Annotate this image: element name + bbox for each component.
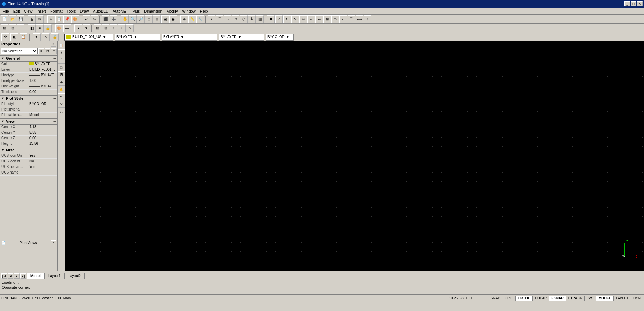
- tab-model[interactable]: Model: [27, 273, 44, 279]
- misc-collapse[interactable]: ─: [54, 148, 56, 152]
- side-rect[interactable]: □: [58, 64, 65, 71]
- properties-close-button[interactable]: ×: [51, 42, 56, 47]
- tab-layout2[interactable]: Layout2: [64, 273, 85, 279]
- view-collapse[interactable]: ─: [54, 120, 56, 123]
- tb-zoom-all[interactable]: ⊡: [145, 15, 153, 23]
- general-collapse[interactable]: ─: [54, 57, 56, 60]
- tb-distance[interactable]: 📏: [188, 15, 196, 23]
- tb-save[interactable]: 💾: [17, 15, 24, 23]
- tab-nav-prev[interactable]: ◄: [8, 273, 13, 279]
- status-ortho[interactable]: ORTHO: [515, 296, 532, 301]
- tb2-btn5[interactable]: ⊃: [126, 24, 134, 32]
- tb2-linetype[interactable]: —: [63, 24, 71, 32]
- tb-trim[interactable]: ✂: [299, 15, 307, 23]
- props-btn2[interactable]: ⊟: [45, 48, 50, 54]
- tb-insert[interactable]: ➕: [110, 15, 117, 23]
- tb-mirror[interactable]: ⇔: [315, 15, 323, 23]
- tb-rotate[interactable]: ↻: [283, 15, 291, 23]
- tb-pan[interactable]: ✋: [121, 15, 129, 23]
- tb-scale[interactable]: ⤡: [291, 15, 299, 23]
- side-properties[interactable]: 📋: [58, 42, 65, 49]
- menu-draw[interactable]: Draw: [78, 8, 91, 14]
- tb-draw-circle[interactable]: ○: [224, 15, 231, 23]
- tb3-layermgr[interactable]: 📋: [20, 33, 27, 41]
- tb-extend[interactable]: ↔: [307, 15, 315, 23]
- side-cross[interactable]: ✕: [58, 101, 65, 108]
- tb2-layer[interactable]: ◧: [28, 24, 36, 32]
- tb-zoom-out[interactable]: 🔎: [137, 15, 145, 23]
- menu-format[interactable]: Format: [48, 8, 65, 14]
- status-model[interactable]: MODEL: [596, 296, 613, 301]
- minimize-button[interactable]: _: [624, 1, 630, 6]
- color-dropdown[interactable]: BYCOLOR ▼: [266, 34, 294, 41]
- menu-file[interactable]: File: [1, 8, 11, 14]
- status-etrack[interactable]: ETRACK: [566, 296, 585, 301]
- tb-fillet[interactable]: ⌐: [339, 15, 347, 23]
- tb-hatch[interactable]: ▦: [256, 15, 264, 23]
- tb-preview[interactable]: 👁: [36, 15, 44, 23]
- tb-open[interactable]: 📂: [9, 15, 16, 23]
- tb-cut[interactable]: ✂: [47, 15, 55, 23]
- tb2-ortho[interactable]: ⊥: [17, 24, 24, 32]
- status-esnap[interactable]: ESNAP: [549, 296, 565, 301]
- status-polar[interactable]: POLAR: [532, 296, 549, 301]
- side-select[interactable]: ↖: [58, 93, 65, 100]
- tb-osnap[interactable]: ⊕: [180, 15, 188, 23]
- tb-zoom-ext[interactable]: ⊞: [153, 15, 161, 23]
- menu-dimension[interactable]: Dimension: [142, 8, 164, 14]
- layer-dropdown[interactable]: BUILD_FL001_US ▼: [64, 34, 113, 41]
- status-snap[interactable]: SNAP: [488, 296, 502, 301]
- tb-draw-poly[interactable]: ⬡: [240, 15, 248, 23]
- selection-dropdown[interactable]: No Selection: [1, 48, 38, 54]
- tb-chamfer[interactable]: ⌒: [348, 15, 355, 23]
- plan-views-close-button[interactable]: ×: [51, 240, 56, 245]
- tb-draw-rect[interactable]: □: [232, 15, 239, 23]
- tb2-lock[interactable]: 🔒: [44, 24, 52, 32]
- tb-lengthen[interactable]: ↕: [364, 15, 371, 23]
- tb-move[interactable]: ⤢: [275, 15, 283, 23]
- section-general-header[interactable]: ▼ General ─: [0, 55, 57, 62]
- side-arc[interactable]: ⌒: [58, 57, 65, 64]
- status-lwt[interactable]: LWT: [584, 296, 596, 301]
- tb-matchprop[interactable]: 🎨: [71, 15, 79, 23]
- props-btn1[interactable]: ⊞: [38, 48, 44, 54]
- tb3-settings[interactable]: ⚙: [1, 33, 9, 41]
- plotstyle-collapse[interactable]: ─: [54, 97, 56, 100]
- close-button[interactable]: ×: [637, 1, 643, 6]
- tb3-lock2[interactable]: 🔓: [51, 33, 59, 41]
- linestyle-dropdown[interactable]: BYLAYER ▼: [219, 34, 264, 41]
- status-tablet[interactable]: TABLET: [613, 296, 631, 301]
- tab-nav-first[interactable]: |◄: [1, 273, 7, 279]
- tb-redo[interactable]: ↪: [91, 15, 98, 23]
- tab-nav-next[interactable]: ►: [14, 273, 20, 279]
- tb-properties[interactable]: 🔧: [196, 15, 204, 23]
- tb-array[interactable]: ⊞: [323, 15, 331, 23]
- menu-plus[interactable]: Plus: [130, 8, 142, 14]
- tb2-snap[interactable]: ⊞: [1, 24, 8, 32]
- menu-modify[interactable]: Modify: [164, 8, 180, 14]
- side-zoom[interactable]: ⊕: [58, 79, 65, 86]
- tb-zoom-win[interactable]: ▣: [161, 15, 169, 23]
- tb3-layers[interactable]: ◧: [10, 33, 18, 41]
- section-view-header[interactable]: ▼ View ─: [0, 118, 57, 125]
- tb2-grid[interactable]: ⊡: [9, 24, 16, 32]
- tb-block[interactable]: ⬛: [102, 15, 109, 23]
- tb-print[interactable]: 🖨: [28, 15, 36, 23]
- menu-autonet[interactable]: AutoNET: [110, 8, 130, 14]
- tb-draw-arc[interactable]: ⌒: [216, 15, 223, 23]
- menu-window[interactable]: Window: [180, 8, 198, 14]
- drawing-canvas[interactable]: Y X W: [65, 41, 644, 271]
- tb-undo[interactable]: ↩: [83, 15, 90, 23]
- tab-layout1[interactable]: Layout1: [44, 273, 65, 279]
- tb-zoom-prev[interactable]: ◉: [169, 15, 177, 23]
- tab-nav-last[interactable]: ►|: [20, 273, 26, 279]
- side-text[interactable]: A: [58, 108, 65, 115]
- section-misc-header[interactable]: ▼ Misc ─: [0, 147, 57, 153]
- tb2-btn3[interactable]: ↑: [110, 24, 117, 32]
- section-plotstyle-header[interactable]: ▼ Plot Style ─: [0, 95, 57, 101]
- side-img[interactable]: 🖼: [58, 71, 65, 78]
- tb-stretch[interactable]: ⟺: [356, 15, 363, 23]
- status-dyn[interactable]: DYN: [631, 296, 643, 301]
- tb-draw-text[interactable]: A: [248, 15, 256, 23]
- lineweight-dropdown[interactable]: BYLAYER ▼: [162, 34, 217, 41]
